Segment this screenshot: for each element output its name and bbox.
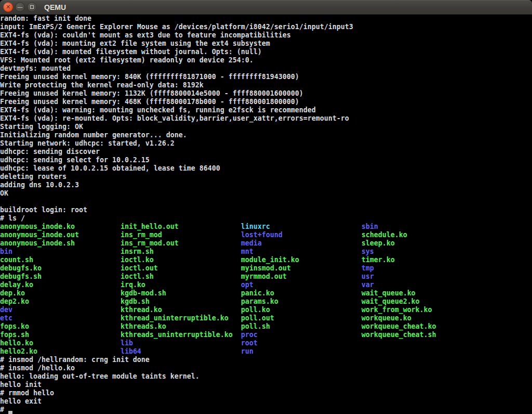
ls-entry: insrm.sh bbox=[121, 248, 241, 255]
console-line bbox=[0, 198, 532, 206]
ls-entry: lost+found bbox=[241, 231, 362, 239]
ls-entry: init_hello.out bbox=[121, 223, 241, 230]
console-line: udhcpc: sending select for 10.0.2.15 bbox=[0, 156, 532, 164]
window-title: QEMU bbox=[44, 3, 66, 11]
qemu-window: ✕ — QEMU random: fast init doneinput: Im… bbox=[0, 0, 532, 414]
ls-entry: sys bbox=[362, 248, 374, 255]
ls-entry: kthreads_uninterruptible.ko bbox=[121, 331, 241, 339]
console-line: debugfs.ko ioctl.out myinsmod.out tmp bbox=[0, 264, 532, 273]
console-line: bin insrm.sh mnt sys bbox=[0, 248, 532, 256]
console-line: anonymous_inode.ko init_hello.out linuxr… bbox=[0, 223, 532, 231]
console-line: Starting network: udhcpc: started, v1.26… bbox=[0, 139, 532, 148]
console-line: VFS: Mounted root (ext2 filesystem) read… bbox=[0, 56, 532, 64]
ls-entry: run bbox=[241, 347, 254, 355]
console-line: EXT4-fs (vda): couldn't mount as ext3 du… bbox=[0, 31, 532, 40]
ls-entry: tmp bbox=[362, 264, 374, 272]
minimize-icon: — bbox=[17, 4, 23, 10]
ls-entry: module_init.ko bbox=[241, 256, 362, 264]
titlebar[interactable]: ✕ — QEMU bbox=[0, 0, 532, 15]
ls-entry: wait_queue.ko bbox=[362, 289, 416, 297]
ls-entry: work_from_work.ko bbox=[362, 306, 432, 314]
ls-entry: root bbox=[241, 339, 258, 347]
ls-entry: poll.out bbox=[241, 314, 362, 322]
console-line: # ls / bbox=[0, 214, 532, 223]
maximize-button[interactable] bbox=[27, 2, 37, 12]
console-line: udhcpc: lease of 10.0.2.15 obtained, lea… bbox=[0, 164, 532, 173]
console-line: EXT4-fs (vda): warning: mounting uncheck… bbox=[0, 106, 532, 114]
ls-entry: fops.ko bbox=[0, 322, 121, 330]
console-line: etc kthread_uninterruptible.ko poll.out … bbox=[0, 314, 532, 322]
ls-entry: sleep.ko bbox=[362, 239, 395, 247]
console-line: fops.sh kthreads_uninterruptible.ko proc… bbox=[0, 331, 532, 339]
console-line: debugfs.sh ioctl.sh myrmmod.out usr bbox=[0, 273, 532, 281]
console[interactable]: random: fast init doneinput: ImExPS/2 Ge… bbox=[0, 15, 532, 414]
console-line: hello.ko lib root bbox=[0, 339, 532, 347]
ls-entry: anonymous_inode.ko bbox=[0, 223, 121, 230]
minimize-button[interactable]: — bbox=[15, 2, 25, 12]
console-line: hello: loading out-of-tree module taints… bbox=[0, 372, 532, 381]
console-line: random: fast init done bbox=[0, 15, 532, 23]
ls-entry: ioctl.ko bbox=[121, 256, 241, 264]
console-line: dep2.ko kgdb.sh params.ko wait_queue2.ko bbox=[0, 297, 532, 306]
ls-entry: etc bbox=[0, 314, 121, 322]
console-line: EXT4-fs (vda): mounting ext2 file system… bbox=[0, 40, 532, 48]
ls-entry: var bbox=[362, 281, 374, 289]
ls-entry: proc bbox=[241, 331, 362, 339]
ls-entry: kgdb-mod.sh bbox=[121, 289, 241, 297]
ls-entry: count.sh bbox=[0, 256, 121, 264]
ls-entry: panic.ko bbox=[241, 289, 362, 297]
ls-entry: poll.sh bbox=[241, 322, 362, 330]
ls-entry: hello2.ko bbox=[0, 347, 121, 355]
ls-entry: workqueue_cheat.sh bbox=[362, 331, 436, 339]
console-line: Starting logging: OK bbox=[0, 123, 532, 131]
console-line: EXT4-fs (vda): re-mounted. Opts: block_v… bbox=[0, 114, 532, 123]
ls-entry: irq.ko bbox=[121, 281, 241, 289]
ls-entry: kthread_uninterruptible.ko bbox=[121, 314, 241, 322]
ls-entry: schedule.ko bbox=[362, 231, 407, 239]
window-controls: ✕ — bbox=[0, 2, 37, 12]
ls-entry: debugfs.ko bbox=[0, 264, 121, 272]
console-line: Freeing unused kernel memory: 840K (ffff… bbox=[0, 73, 532, 81]
maximize-icon bbox=[30, 5, 34, 9]
console-line: input: ImExPS/2 Generic Explorer Mouse a… bbox=[0, 23, 532, 31]
ls-entry: myinsmod.out bbox=[241, 264, 362, 272]
close-button[interactable]: ✕ bbox=[3, 2, 13, 12]
console-line: dep.ko kgdb-mod.sh panic.ko wait_queue.k… bbox=[0, 289, 532, 297]
ls-entry: anonymous_inode.sh bbox=[0, 239, 121, 247]
ls-entry: kgdb.sh bbox=[121, 297, 241, 305]
prompt-line: # bbox=[0, 406, 532, 414]
console-line: hello2.ko lib64 run bbox=[0, 347, 532, 356]
ls-entry: ins_rm_mod bbox=[121, 231, 241, 239]
ls-entry: opt bbox=[241, 281, 362, 289]
console-line: EXT4-fs (vda): mounted filesystem withou… bbox=[0, 48, 532, 56]
ls-entry: kthread.ko bbox=[121, 306, 241, 314]
console-line: hello exit bbox=[0, 397, 532, 406]
console-line: delay.ko irq.ko opt var bbox=[0, 281, 532, 289]
console-line: hello init bbox=[0, 381, 532, 389]
console-line: Freeing unused kernel memory: 468K (ffff… bbox=[0, 98, 532, 106]
ls-entry: usr bbox=[362, 273, 374, 280]
console-line: udhcpc: sending discover bbox=[0, 148, 532, 156]
console-line: count.sh ioctl.ko module_init.ko timer.k… bbox=[0, 256, 532, 264]
ls-entry: dev bbox=[0, 306, 121, 314]
ls-entry: anonymous_inode.out bbox=[0, 231, 121, 239]
ls-entry: delay.ko bbox=[0, 281, 121, 289]
ls-entry: ins_rm_mod.out bbox=[121, 239, 241, 247]
console-line: devtmpfs: mounted bbox=[0, 64, 532, 73]
ls-entry: workqueue_cheat.ko bbox=[362, 322, 436, 330]
text-cursor bbox=[8, 411, 12, 414]
ls-entry: wait_queue2.ko bbox=[362, 297, 420, 305]
ls-entry: dep.ko bbox=[0, 289, 121, 297]
console-line: # insmod /hello.ko bbox=[0, 364, 532, 372]
console-line: Initializing random number generator... … bbox=[0, 131, 532, 139]
ls-entry: ioctl.sh bbox=[121, 273, 241, 280]
ls-entry: media bbox=[241, 239, 362, 247]
ls-entry: workqueue.ko bbox=[362, 314, 411, 322]
console-line: anonymous_inode.out ins_rm_mod lost+foun… bbox=[0, 231, 532, 239]
console-line: buildroot login: root bbox=[0, 206, 532, 214]
ls-entry: sbin bbox=[362, 223, 378, 230]
ls-entry: fops.sh bbox=[0, 331, 121, 339]
ls-entry: params.ko bbox=[241, 297, 362, 305]
console-line: fops.ko kthreads.ko poll.sh workqueue_ch… bbox=[0, 322, 532, 331]
ls-entry: debugfs.sh bbox=[0, 273, 121, 280]
